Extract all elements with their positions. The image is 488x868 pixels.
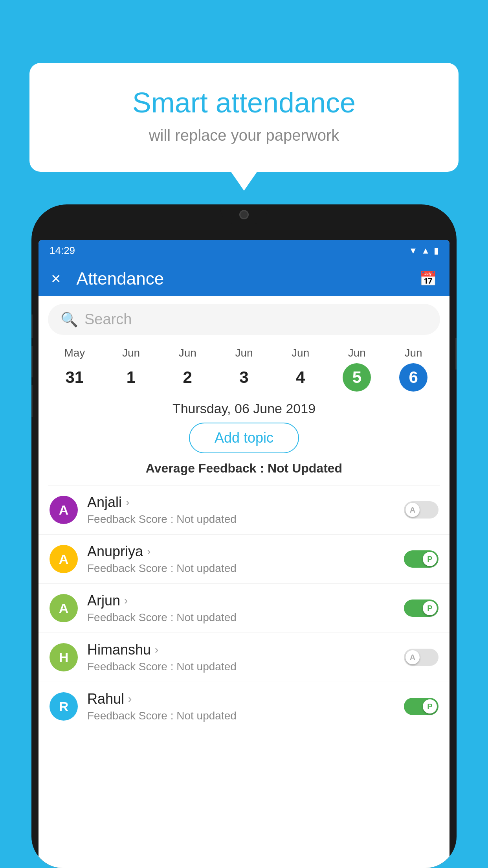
chevron-right-icon: › (124, 594, 128, 607)
calendar-day[interactable]: Jun3 (230, 347, 258, 392)
avatar: A (50, 496, 78, 524)
toggle-knob: P (423, 552, 437, 566)
calendar-day[interactable]: May31 (61, 347, 89, 392)
student-item[interactable]: AAnjali ›Feedback Score : Not updatedA (39, 485, 449, 535)
cal-month-label: Jun (348, 347, 366, 359)
avg-feedback: Average Feedback : Not Updated (39, 461, 449, 476)
student-item[interactable]: RRahul ›Feedback Score : Not updatedP (39, 682, 449, 731)
student-item[interactable]: HHimanshu ›Feedback Score : Not updatedA (39, 633, 449, 682)
calendar-day[interactable]: Jun4 (286, 347, 315, 392)
student-info: Arjun ›Feedback Score : Not updated (87, 592, 404, 624)
cal-month-label: Jun (179, 347, 196, 359)
phone-screen: 14:29 ▼ ▲ ▮ × Attendance 📅 🔍 Search May3… (39, 240, 449, 868)
chevron-right-icon: › (147, 545, 150, 558)
chevron-right-icon: › (128, 693, 132, 705)
cal-month-label: Jun (404, 347, 422, 359)
calendar-day[interactable]: Jun2 (173, 347, 202, 392)
cal-date-number[interactable]: 3 (230, 363, 258, 392)
cal-month-label: May (64, 347, 85, 359)
cal-month-label: Jun (292, 347, 309, 359)
student-item[interactable]: AAnupriya ›Feedback Score : Not updatedP (39, 535, 449, 584)
selected-date-label: Thursday, 06 June 2019 (39, 401, 449, 416)
volume-down-button (31, 385, 33, 417)
student-info: Rahul ›Feedback Score : Not updated (87, 691, 404, 722)
student-name: Rahul › (87, 691, 404, 707)
wifi-icon: ▼ (409, 246, 417, 256)
avatar: A (50, 545, 78, 573)
attendance-toggle[interactable]: P (404, 550, 438, 568)
speech-bubble-title: Smart attendance (61, 86, 427, 119)
volume-silent-button (31, 314, 33, 338)
feedback-score: Feedback Score : Not updated (87, 660, 404, 673)
speech-bubble-subtitle: will replace your paperwork (61, 127, 427, 144)
speech-bubble: Smart attendance will replace your paper… (29, 63, 459, 172)
student-info: Anjali ›Feedback Score : Not updated (87, 494, 404, 526)
toggle-knob: P (423, 601, 437, 615)
phone-frame: 14:29 ▼ ▲ ▮ × Attendance 📅 🔍 Search May3… (31, 204, 457, 868)
calendar-day[interactable]: Jun1 (117, 347, 145, 392)
feedback-score: Feedback Score : Not updated (87, 710, 404, 722)
chevron-right-icon: › (126, 496, 129, 509)
volume-up-button (31, 346, 33, 377)
signal-icon: ▲ (421, 246, 430, 256)
avatar: H (50, 643, 78, 671)
toggle-knob: A (405, 503, 420, 517)
student-name: Himanshu › (87, 642, 404, 658)
student-name: Anupriya › (87, 543, 404, 560)
calendar-day[interactable]: Jun6 (399, 347, 427, 392)
attendance-toggle[interactable]: A (404, 501, 438, 519)
close-button[interactable]: × (51, 269, 61, 288)
cal-date-number[interactable]: 2 (173, 363, 202, 392)
chevron-right-icon: › (155, 644, 158, 656)
front-camera (239, 210, 249, 219)
student-list: AAnjali ›Feedback Score : Not updatedAAA… (39, 485, 449, 731)
avg-feedback-value: Not Updated (268, 461, 342, 475)
attendance-toggle[interactable]: P (404, 600, 438, 617)
attendance-toggle[interactable]: A (404, 649, 438, 666)
feedback-score: Feedback Score : Not updated (87, 611, 404, 624)
student-name: Arjun › (87, 592, 404, 609)
student-item[interactable]: AArjun ›Feedback Score : Not updatedP (39, 584, 449, 633)
status-icons: ▼ ▲ ▮ (409, 246, 438, 256)
phone-notch (220, 204, 268, 224)
cal-month-label: Jun (235, 347, 253, 359)
cal-date-number[interactable]: 4 (286, 363, 315, 392)
cal-month-label: Jun (122, 347, 140, 359)
attendance-toggle[interactable]: P (404, 698, 438, 715)
cal-date-number[interactable]: 1 (117, 363, 145, 392)
avatar: R (50, 692, 78, 721)
calendar-strip: May31Jun1Jun2Jun3Jun4Jun5Jun6 (39, 343, 449, 392)
toggle-knob: P (423, 699, 437, 714)
battery-icon: ▮ (434, 246, 438, 256)
add-topic-button[interactable]: Add topic (189, 423, 299, 453)
search-input[interactable]: Search (84, 311, 132, 328)
toggle-knob: A (405, 650, 420, 664)
cal-date-number[interactable]: 5 (343, 363, 371, 392)
app-bar-title: Attendance (77, 269, 419, 289)
cal-date-number[interactable]: 6 (399, 363, 427, 392)
feedback-score: Feedback Score : Not updated (87, 513, 404, 526)
app-bar: × Attendance 📅 (39, 261, 449, 296)
student-info: Anupriya ›Feedback Score : Not updated (87, 543, 404, 575)
student-info: Himanshu ›Feedback Score : Not updated (87, 642, 404, 673)
power-button (455, 338, 457, 370)
status-bar: 14:29 ▼ ▲ ▮ (39, 240, 449, 261)
feedback-score: Feedback Score : Not updated (87, 562, 404, 575)
cal-date-number[interactable]: 31 (61, 363, 89, 392)
search-icon: 🔍 (61, 311, 78, 328)
status-time: 14:29 (50, 245, 75, 257)
search-bar[interactable]: 🔍 Search (48, 304, 440, 335)
student-name: Anjali › (87, 494, 404, 511)
calendar-icon[interactable]: 📅 (419, 270, 437, 287)
calendar-day[interactable]: Jun5 (343, 347, 371, 392)
avatar: A (50, 594, 78, 622)
avg-feedback-prefix: Average Feedback : (146, 461, 268, 475)
